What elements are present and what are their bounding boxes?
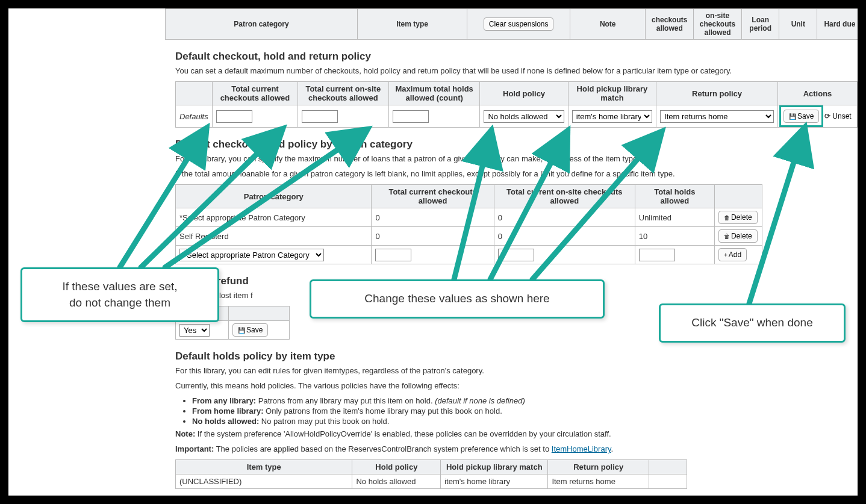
add-button[interactable]: +Add bbox=[718, 248, 747, 261]
trash-icon: 🗑 bbox=[724, 233, 730, 240]
section-default-checkout-desc: You can set a default maximum number of … bbox=[175, 66, 858, 75]
patron-category-table: Patron category Total current checkouts … bbox=[175, 184, 762, 264]
col-actions: Actions bbox=[778, 82, 858, 105]
section-holds-by-item-title: Default holds policy by item type bbox=[175, 350, 858, 362]
section-default-checkout-title: Default checkout, hold and return policy bbox=[175, 51, 858, 63]
defaults-label: Defaults bbox=[176, 105, 213, 128]
pc-onsite-input[interactable] bbox=[498, 249, 534, 261]
pc-col-checkouts: Total current checkouts allowed bbox=[372, 185, 494, 208]
patron-category-select[interactable]: *Select appropriate Patron Category bbox=[179, 249, 324, 261]
section-patron-category-desc1: For this library, you can specify the ma… bbox=[175, 154, 858, 163]
pc-holds-input[interactable] bbox=[639, 249, 675, 261]
col-checkouts-allowed: checkouts allowed bbox=[646, 9, 694, 40]
col-onsite-checkouts: on-site checkouts allowed bbox=[694, 9, 742, 40]
holds-by-item-table: Item type Hold policy Hold pickup librar… bbox=[175, 459, 687, 489]
default-checkout-policy-table: Total current checkouts allowed Total cu… bbox=[175, 81, 858, 128]
pickup-match-select[interactable]: item's home library bbox=[572, 110, 652, 123]
table-add-row: *Select appropriate Patron Category +Add bbox=[176, 246, 762, 264]
pc-col-category: Patron category bbox=[176, 185, 372, 208]
col-return-policy: Return policy bbox=[656, 82, 778, 105]
callout-left: If these values are set, do not change t… bbox=[20, 267, 219, 322]
table-row: *Select appropriate Patron Category 0 0 … bbox=[176, 208, 762, 227]
section-holds-desc1: For this library, you can edit rules for… bbox=[175, 366, 858, 375]
circulation-rules-header-table: Patron category Item type Clear suspensi… bbox=[165, 8, 866, 40]
section-holds-desc2: Currently, this means hold policies. The… bbox=[175, 381, 858, 390]
save-button[interactable]: 💾Save bbox=[783, 110, 819, 123]
col-hold-pickup: Hold pickup library match bbox=[568, 82, 656, 105]
col-max-holds: Maximum total holds allowed (count) bbox=[388, 82, 479, 105]
max-holds-input[interactable] bbox=[393, 110, 429, 123]
col-total-onsite: Total current on-site checkouts allowed bbox=[297, 82, 388, 105]
fee-save-button[interactable]: 💾Save bbox=[232, 323, 268, 337]
pc-checkouts-input[interactable] bbox=[375, 249, 411, 261]
section-patron-category-title: Default checkout, hold policy by patron … bbox=[175, 138, 858, 151]
col-total-checkouts: Total current checkouts allowed bbox=[213, 82, 297, 105]
holds-note: Note: If the system preference 'AllowHol… bbox=[175, 429, 858, 438]
col-unit: Unit bbox=[779, 9, 817, 40]
holds-important: Important: The policies are applied base… bbox=[175, 444, 858, 453]
fee-select[interactable]: Yes bbox=[179, 324, 210, 337]
section-patron-category-desc2: If the total amount loanable for a given… bbox=[175, 169, 858, 178]
item-home-library-link[interactable]: ItemHomeLibrary bbox=[552, 444, 611, 453]
col-note: Note bbox=[570, 9, 646, 40]
col-hard-due: Hard due dat bbox=[817, 9, 866, 40]
ht-col-return: Return policy bbox=[548, 460, 649, 474]
table-row: (UNCLASSIFIED) No holds allowed item's h… bbox=[176, 474, 687, 489]
callout-right: Click "Save" when done bbox=[659, 303, 846, 343]
pc-col-onsite: Total current on-site checkouts allowed bbox=[494, 185, 635, 208]
ht-col-holdpolicy: Hold policy bbox=[352, 460, 441, 474]
col-patron-category: Patron category bbox=[166, 9, 358, 40]
col-suspensions: Clear suspensions bbox=[467, 9, 570, 40]
save-icon: 💾 bbox=[789, 113, 796, 120]
hold-policy-select[interactable]: No holds allowed bbox=[484, 110, 564, 123]
total-checkouts-input[interactable] bbox=[216, 110, 252, 123]
plus-icon: + bbox=[724, 252, 727, 258]
col-loan-period: Loan period bbox=[741, 9, 779, 40]
ht-col-pickup: Hold pickup library match bbox=[441, 460, 548, 474]
return-policy-select[interactable]: Item returns home bbox=[660, 110, 774, 123]
clear-suspensions-button[interactable]: Clear suspensions bbox=[484, 17, 554, 31]
holds-policy-bullets: From any library: Patrons from any libra… bbox=[175, 396, 858, 426]
delete-button[interactable]: 🗑Delete bbox=[718, 211, 758, 224]
col-item-type: Item type bbox=[357, 9, 467, 40]
total-onsite-input[interactable] bbox=[302, 110, 338, 123]
delete-button[interactable]: 🗑Delete bbox=[718, 229, 758, 243]
unset-button[interactable]: ⟳ Unset bbox=[823, 110, 853, 122]
ht-col-itemtype: Item type bbox=[176, 460, 352, 474]
callout-mid: Change these values as shown here bbox=[310, 279, 605, 319]
table-row: Self Registerd 0 0 10 🗑Delete bbox=[176, 227, 762, 246]
col-hold-policy: Hold policy bbox=[480, 82, 568, 105]
save-icon: 💾 bbox=[238, 327, 245, 334]
trash-icon: 🗑 bbox=[724, 214, 730, 221]
pc-col-holds: Total holds allowed bbox=[635, 185, 714, 208]
